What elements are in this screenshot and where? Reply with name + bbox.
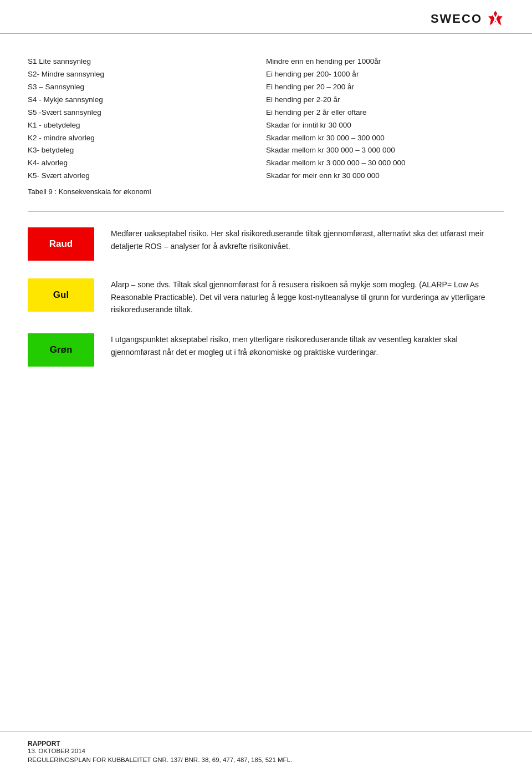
table-row: K1 - ubetydeleg — [28, 120, 266, 131]
table-row: Skadar for meir enn kr 30 000 000 — [266, 170, 504, 182]
table-row: K4- alvorleg — [28, 158, 266, 169]
table-row: Mindre enn en hending per 1000år — [266, 56, 504, 68]
table-row: K3- betydeleg — [28, 145, 266, 156]
page: SWECO S1 Lite sannsynlegS2- Mindre sanns… — [0, 0, 532, 772]
table-row: K5- Svært alvorleg — [28, 170, 266, 182]
risk-color-box-green: Grøn — [28, 333, 94, 367]
footer-date: 13. OKTOBER 2014 — [28, 748, 504, 754]
risk-color-box-yellow: Gul — [28, 278, 94, 312]
risk-section-red: RaudMedfører uakseptabel risiko. Her ska… — [28, 227, 504, 261]
risk-section-yellow: GulAlarp – sone dvs. Tiltak skal gjennom… — [28, 278, 504, 316]
footer: RAPPORT 13. OKTOBER 2014 REGULERINGSPLAN… — [0, 732, 532, 772]
risk-text-red: Medfører uakseptabel risiko. Her skal ri… — [111, 227, 504, 252]
table-row: Ei hending per 2-20 år — [266, 94, 504, 106]
table-row: Skadar mellom kr 300 000 – 3 000 000 — [266, 145, 504, 156]
table-row: Ei hending per 20 – 200 år — [266, 82, 504, 93]
table-row: K2 - mindre alvorleg — [28, 133, 266, 144]
table-row: Skadar for inntil kr 30 000 — [266, 120, 504, 131]
main-content: S1 Lite sannsynlegS2- Mindre sannsynlegS… — [0, 34, 532, 407]
table-row: S3 – Sannsynleg — [28, 82, 266, 93]
risk-color-box-red: Raud — [28, 227, 94, 261]
risk-sections: RaudMedfører uakseptabel risiko. Her ska… — [28, 227, 504, 367]
table-row: S5 -Svært sannsynleg — [28, 107, 266, 119]
risk-section-green: GrønI utgangspunktet akseptabel risiko, … — [28, 333, 504, 367]
table-left-col: S1 Lite sannsynlegS2- Mindre sannsynlegS… — [28, 56, 266, 182]
footer-plan: REGULERINGSPLAN FOR KUBBALEITET GNR. 137… — [28, 756, 504, 763]
table-row: Ei hending per 2 år eller oftare — [266, 107, 504, 119]
table-section: S1 Lite sannsynlegS2- Mindre sannsynlegS… — [28, 56, 504, 182]
logo-text: SWECO — [431, 12, 482, 26]
header: SWECO — [0, 0, 532, 34]
footer-report-label: RAPPORT — [28, 740, 504, 748]
table-row: Skadar mellom kr 3 000 000 – 30 000 000 — [266, 158, 504, 169]
table-right-col: Mindre enn en hending per 1000årEi hendi… — [266, 56, 504, 182]
table-caption: Tabell 9 : Konsekvenskala for økonomi — [28, 187, 504, 196]
table-row: S2- Mindre sannsynleg — [28, 69, 266, 80]
table-row: S4 - Mykje sannsynleg — [28, 94, 266, 106]
section-divider — [28, 211, 504, 212]
table-row: Skadar mellom kr 30 000 – 300 000 — [266, 133, 504, 144]
table-row: S1 Lite sannsynleg — [28, 56, 266, 68]
risk-text-yellow: Alarp – sone dvs. Tiltak skal gjennomfør… — [111, 278, 504, 316]
logo-area: SWECO — [431, 10, 504, 28]
sweco-logo-icon — [487, 10, 504, 28]
risk-text-green: I utgangspunktet akseptabel risiko, men … — [111, 333, 504, 358]
table-row: Ei hending per 200- 1000 år — [266, 69, 504, 80]
